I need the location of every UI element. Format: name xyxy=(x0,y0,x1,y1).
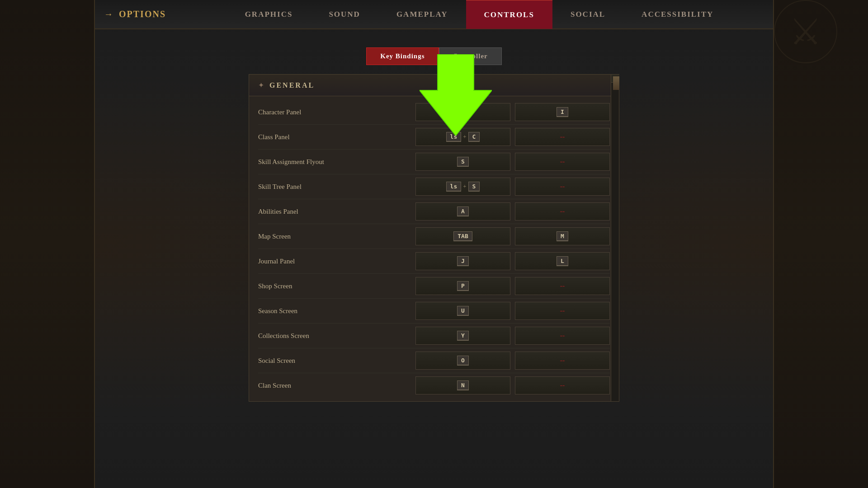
keybind-slot-journal-1[interactable]: J xyxy=(415,252,510,270)
keybind-label-class-panel: Class Panel xyxy=(258,133,411,141)
keybind-slot-social-2[interactable]: -- xyxy=(515,352,610,370)
keybind-slot-collections-2[interactable]: -- xyxy=(515,327,610,345)
keybind-slot-abilities-2[interactable]: -- xyxy=(515,202,610,221)
key-badge: U xyxy=(457,306,469,316)
nav-bar: → OPTIONS GRAPHICS SOUND GAMEPLAY CONTRO… xyxy=(95,0,773,29)
sub-tab-keybindings[interactable]: Key Bindings xyxy=(366,47,439,65)
keybind-slot-abilities-1[interactable]: A xyxy=(415,202,510,221)
keybind-label-season: Season Screen xyxy=(258,307,411,315)
table-row: Season Screen U -- xyxy=(258,299,610,324)
page-body: Key Bindings Controller ✦ GENERAL Charac… xyxy=(95,29,773,488)
key-badge: A xyxy=(457,206,469,216)
keybind-label-character-panel: Character Panel xyxy=(258,108,411,116)
section-icon: ✦ xyxy=(258,81,264,89)
key-plus-separator: + xyxy=(463,183,466,190)
left-panel-decoration xyxy=(0,0,95,488)
key-empty: -- xyxy=(560,207,565,216)
scrollbar[interactable]: ▲ xyxy=(611,75,619,401)
sub-tabs-container: Key Bindings Controller xyxy=(366,47,502,65)
table-row: Skill Assignment Flyout S -- xyxy=(258,150,610,174)
keybind-label-social: Social Screen xyxy=(258,357,411,365)
sub-tab-controller[interactable]: Controller xyxy=(439,47,502,65)
table-row: Abilities Panel A -- xyxy=(258,199,610,224)
keybind-label-abilities: Abilities Panel xyxy=(258,208,411,216)
table-row: Shop Screen P -- xyxy=(258,274,610,299)
keybind-slot-map-1[interactable]: TAB xyxy=(415,227,510,245)
tab-gameplay[interactable]: GAMEPLAY xyxy=(378,0,466,29)
keybind-label-shop: Shop Screen xyxy=(258,282,411,290)
key-badge: S xyxy=(457,157,469,167)
key-badge: J xyxy=(457,256,469,266)
keybind-slot-shop-1[interactable]: P xyxy=(415,277,510,295)
keybind-slot-clan-2[interactable]: -- xyxy=(515,376,610,394)
key-badge: N xyxy=(457,380,469,390)
section-title: GENERAL xyxy=(269,81,315,89)
keybind-label-map: Map Screen xyxy=(258,233,411,240)
decorative-emblem: ⚔ xyxy=(774,0,837,63)
keybind-slot-season-2[interactable]: -- xyxy=(515,302,610,320)
table-row: Clan Screen N -- xyxy=(258,373,610,398)
keybind-label-journal: Journal Panel xyxy=(258,258,411,265)
keybind-slot-map-2[interactable]: M xyxy=(515,227,610,245)
table-row: Map Screen TAB M xyxy=(258,224,610,249)
key-badge: C xyxy=(457,107,469,117)
key-badge: O xyxy=(457,356,469,366)
key-badge-shift: ls xyxy=(446,132,462,142)
options-label[interactable]: OPTIONS xyxy=(119,9,166,19)
key-empty: -- xyxy=(560,332,565,340)
keybind-label-skill-flyout: Skill Assignment Flyout xyxy=(258,158,411,166)
right-panel-decoration: ⚔ xyxy=(773,0,868,488)
key-empty: -- xyxy=(560,133,565,141)
tab-controls[interactable]: CONTROLS xyxy=(466,0,552,29)
keybind-slot-skill-tree-2[interactable]: -- xyxy=(515,178,610,196)
key-empty: -- xyxy=(560,183,565,191)
key-badge-shift: ls xyxy=(446,182,462,192)
key-badge-c: C xyxy=(468,132,480,142)
key-empty: -- xyxy=(560,282,565,290)
key-empty: -- xyxy=(560,381,565,389)
keybind-slot-shop-2[interactable]: -- xyxy=(515,277,610,295)
key-badge: L xyxy=(557,256,568,266)
key-badge: Y xyxy=(457,331,469,341)
keybind-slot-social-1[interactable]: O xyxy=(415,352,510,370)
table-row: Journal Panel J L xyxy=(258,249,610,274)
key-badge: P xyxy=(457,281,469,291)
tab-graphics[interactable]: GRAPHICS xyxy=(227,0,311,29)
table-row: Collections Screen Y -- xyxy=(258,324,610,348)
key-badge: M xyxy=(557,231,568,241)
keybind-slot-skill-tree-1[interactable]: ls + S xyxy=(415,178,510,196)
tab-accessibility[interactable]: ACCESSIBILITY xyxy=(623,0,731,29)
keybind-slot-clan-1[interactable]: N xyxy=(415,376,510,394)
keybind-slot-character-panel-2[interactable]: I xyxy=(515,103,610,121)
key-empty: -- xyxy=(560,307,565,315)
table-row: Skill Tree Panel ls + S -- xyxy=(258,174,610,199)
keybind-slot-journal-2[interactable]: L xyxy=(515,252,610,270)
table-row: Character Panel C I xyxy=(258,100,610,125)
keybind-label-skill-tree: Skill Tree Panel xyxy=(258,183,411,191)
key-badge-s: S xyxy=(468,182,480,192)
keybind-slot-skill-flyout-1[interactable]: S xyxy=(415,153,510,171)
back-arrow-icon[interactable]: → xyxy=(104,9,113,19)
key-badge-tab: TAB xyxy=(453,231,472,241)
nav-options-section: → OPTIONS xyxy=(95,9,185,19)
keybind-slot-class-panel-2[interactable]: -- xyxy=(515,128,610,146)
tab-sound[interactable]: SOUND xyxy=(311,0,378,29)
keybind-panel: ✦ GENERAL Character Panel C I Class Pane… xyxy=(249,74,619,402)
keybind-list: Character Panel C I Class Panel ls + C -… xyxy=(249,96,619,401)
keybind-slot-season-1[interactable]: U xyxy=(415,302,510,320)
keybind-label-clan: Clan Screen xyxy=(258,382,411,389)
nav-tabs: GRAPHICS SOUND GAMEPLAY CONTROLS SOCIAL … xyxy=(185,0,773,29)
key-badge: I xyxy=(557,107,568,117)
section-header-general: ✦ GENERAL xyxy=(249,75,619,96)
table-row: Class Panel ls + C -- xyxy=(258,125,610,150)
keybind-slot-collections-1[interactable]: Y xyxy=(415,327,510,345)
scroll-thumb[interactable] xyxy=(613,76,619,90)
keybind-slot-class-panel-1[interactable]: ls + C xyxy=(415,128,510,146)
key-plus-separator: + xyxy=(463,133,466,141)
tab-social[interactable]: SOCIAL xyxy=(552,0,623,29)
key-empty: -- xyxy=(560,158,565,166)
key-empty: -- xyxy=(560,357,565,365)
keybind-slot-skill-flyout-2[interactable]: -- xyxy=(515,153,610,171)
keybind-slot-character-panel-1[interactable]: C xyxy=(415,103,510,121)
keybind-label-collections: Collections Screen xyxy=(258,332,411,340)
